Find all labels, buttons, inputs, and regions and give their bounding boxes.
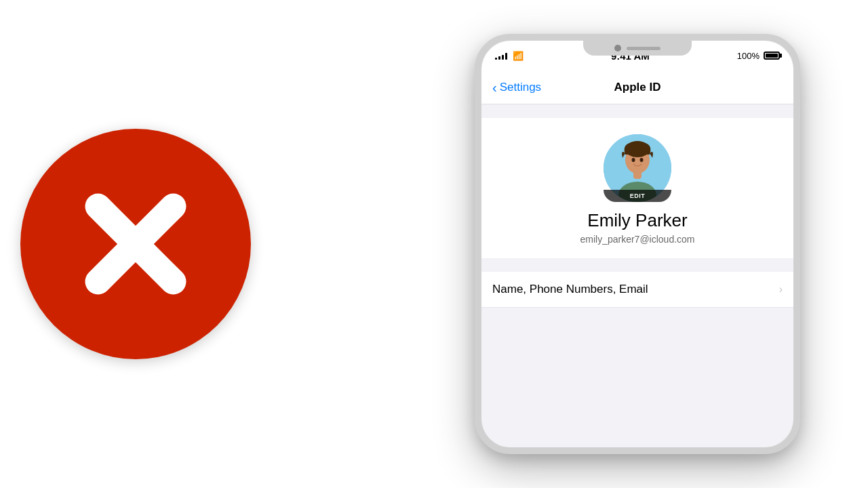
navigation-bar: ‹ Settings Apple ID [481,70,793,104]
svg-point-5 [632,158,635,162]
profile-section: EDIT Emily Parker emily_parker7@icloud.c… [481,118,793,258]
camera-icon [614,45,621,52]
back-label: Settings [500,81,541,94]
battery-icon [764,52,780,60]
user-name: Emily Parker [587,210,687,231]
iphone-wrapper: 📶 9:41 AM 100% ‹ Settings [475,34,800,454]
x-icon [75,183,197,305]
user-email: emily_parker7@icloud.com [580,234,694,245]
power-button [799,129,800,173]
settings-list: Name, Phone Numbers, Email › [481,272,793,308]
settings-row-label: Name, Phone Numbers, Email [492,283,648,296]
avatar-wrapper[interactable]: EDIT [604,134,671,202]
scene: 📶 9:41 AM 100% ‹ Settings [0,0,868,488]
back-chevron-icon: ‹ [492,81,497,94]
status-left: 📶 [495,51,524,61]
error-circle [20,129,251,359]
svg-point-6 [640,158,644,162]
wifi-icon: 📶 [513,51,524,61]
page-title: Apple ID [614,81,661,94]
table-row[interactable]: Name, Phone Numbers, Email › [481,272,793,308]
iphone-notch [583,41,692,56]
chevron-right-icon: › [779,283,783,296]
back-button[interactable]: ‹ Settings [492,81,541,94]
avatar-edit-label[interactable]: EDIT [604,190,671,202]
volume-down-button [475,146,476,173]
status-right: 100% [737,51,780,61]
volume-up-button [475,108,476,136]
signal-icon [495,52,507,60]
speaker-icon [627,47,660,50]
iphone-frame: 📶 9:41 AM 100% ‹ Settings [475,34,800,454]
svg-rect-4 [633,171,642,179]
battery-percent: 100% [737,51,760,61]
screen-background [481,308,793,447]
iphone-screen: 📶 9:41 AM 100% ‹ Settings [481,41,793,447]
